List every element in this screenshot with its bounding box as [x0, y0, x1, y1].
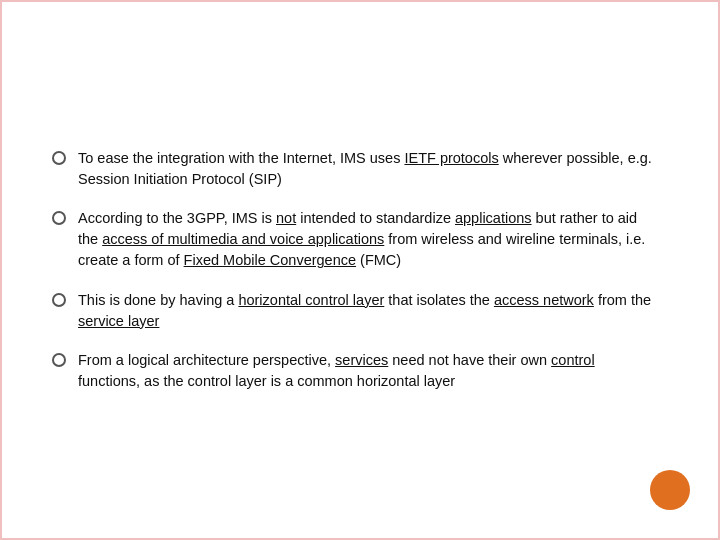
slide: To ease the integration with the Interne… [0, 0, 720, 540]
bullet-circle-4 [52, 353, 66, 367]
bullet-circle-3 [52, 293, 66, 307]
bullet-circle-1 [52, 151, 66, 165]
bullet-item-1: To ease the integration with the Interne… [52, 148, 658, 190]
bullet-item-3: This is done by having a horizontal cont… [52, 290, 658, 332]
bullet-item-2: According to the 3GPP, IMS is not intend… [52, 208, 658, 271]
bullet-list: To ease the integration with the Interne… [52, 148, 658, 391]
bullet-text-1: To ease the integration with the Interne… [78, 148, 658, 190]
bullet-text-4: From a logical architecture perspective,… [78, 350, 658, 392]
bullet-circle-2 [52, 211, 66, 225]
bullet-item-4: From a logical architecture perspective,… [52, 350, 658, 392]
bullet-text-3: This is done by having a horizontal cont… [78, 290, 658, 332]
orange-circle-decoration [650, 470, 690, 510]
bullet-text-2: According to the 3GPP, IMS is not intend… [78, 208, 658, 271]
